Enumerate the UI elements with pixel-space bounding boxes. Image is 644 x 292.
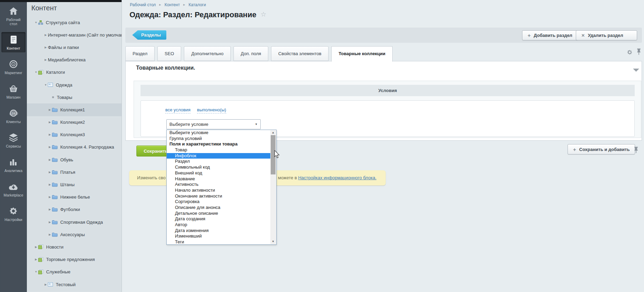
sidebar-item[interactable]: ▶Аксессуары [27, 228, 122, 241]
dropdown-option[interactable]: Активность [167, 182, 270, 188]
dropdown-option[interactable]: Автор [167, 222, 270, 228]
all-conditions-link[interactable]: все условия [165, 107, 190, 113]
tab-дополнительно[interactable]: Дополнительно [184, 46, 231, 61]
dropdown-scrollbar[interactable]: ▲ ▼ [270, 130, 276, 244]
chevron-down-icon[interactable] [633, 69, 639, 72]
rail-item-services[interactable]: Сервисы [1, 130, 25, 150]
tree-right-arrow-icon[interactable]: ▶ [48, 108, 52, 111]
sidebar-item[interactable]: ▶Коллекция 4. Распродажа [27, 141, 122, 153]
tree-right-arrow-icon[interactable]: ▶ [43, 58, 48, 61]
sidebar-item[interactable]: ▼Одежда [27, 79, 122, 91]
sidebar-item[interactable]: ▶Обувь [27, 153, 122, 166]
star-icon[interactable]: ☆ [260, 11, 266, 18]
dropdown-option[interactable]: Инфоблок [167, 153, 270, 159]
dropdown-option[interactable]: Товар [167, 147, 270, 153]
condition-select[interactable]: Выберите условие ▼ [166, 119, 261, 129]
sidebar-item[interactable]: ▶Нижнее белье [27, 191, 122, 203]
dropdown-option[interactable]: Окончание активности [167, 193, 270, 199]
rail-item-settings[interactable]: Настройки [1, 203, 25, 224]
tree-right-arrow-icon[interactable]: ▶ [34, 245, 38, 249]
sidebar-item[interactable]: ▶Коллекция1 [27, 103, 122, 116]
folder-icon [52, 120, 58, 124]
rail-item-marketing[interactable]: Маркетинг [1, 57, 25, 77]
tree-right-arrow-icon[interactable]: ▶ [43, 33, 48, 37]
tab-свойства-элементов[interactable]: Свойства элементов [271, 46, 329, 61]
tree-right-arrow-icon[interactable]: ▶ [48, 208, 52, 211]
dropdown-option[interactable]: Теги [167, 239, 270, 244]
sidebar-item[interactable]: ▶Штаны [27, 178, 122, 191]
delete-section-button[interactable]: ✕ Удалить раздел [576, 30, 637, 40]
pin-icon[interactable] [636, 48, 641, 57]
save-and-add-button[interactable]: + Сохранить и добавить [568, 144, 635, 154]
dropdown-option[interactable]: Начало активности [167, 188, 270, 193]
scrollbar-thumb[interactable] [271, 135, 276, 174]
sidebar-item[interactable]: Товары [27, 91, 122, 103]
folder-icon [52, 207, 58, 212]
sidebar-item[interactable]: ▶Коллекция3 [27, 129, 122, 141]
sections-back-button[interactable]: Разделы [132, 30, 166, 40]
dropdown-option[interactable]: Сортировка [167, 199, 270, 205]
tree-down-arrow-icon[interactable]: ▼ [43, 83, 48, 87]
sidebar-item[interactable]: ▶Платья [27, 166, 122, 178]
dropdown-option[interactable]: Описание для анонса [167, 205, 270, 211]
dropdown-option[interactable]: Раздел [167, 159, 270, 164]
sidebar-item[interactable]: ▶Медиабиблиотека [27, 54, 122, 66]
add-section-button[interactable]: + Добавить раздел [522, 30, 578, 40]
tree-down-arrow-icon[interactable]: ▼ [34, 21, 38, 24]
rail-item-workspace[interactable]: Рабочий стол [1, 3, 25, 28]
rail-item-shop[interactable]: Магазин [1, 81, 25, 101]
tree-down-arrow-icon[interactable]: ▼ [34, 71, 38, 74]
sidebar-item[interactable]: ▼Каталоги [27, 66, 122, 79]
infoblock-settings-link[interactable]: Настройках информационного блока. [298, 175, 376, 180]
dropdown-option[interactable]: Поля и характеристики товара [167, 141, 270, 147]
tab-товарные-коллекции[interactable]: Товарные коллекции [331, 46, 393, 62]
breadcrumb-link[interactable]: Каталоги [189, 2, 206, 7]
tree-right-arrow-icon[interactable]: ▶ [48, 158, 52, 161]
tree-right-arrow-icon[interactable]: ▶ [48, 183, 52, 186]
tree-right-arrow-icon[interactable]: ▶ [48, 221, 52, 224]
dropdown-option[interactable]: Изменивший [167, 233, 270, 239]
pin-icon[interactable] [634, 147, 638, 155]
rail-item-analytics[interactable]: Аналитика [1, 154, 25, 175]
sidebar-item[interactable]: ▼Служебные [27, 266, 122, 278]
tree-right-arrow-icon[interactable]: ▶ [48, 233, 52, 236]
sidebar-item[interactable]: ▶Спортивная Одежда [27, 216, 122, 228]
sidebar-item[interactable]: ▶Коллекция2 [27, 116, 122, 129]
tree-right-arrow-icon[interactable]: ▶ [34, 258, 38, 261]
tab-раздел[interactable]: Раздел [125, 46, 155, 61]
sidebar-item[interactable]: ▶Файлы и папки [27, 41, 122, 53]
dropdown-option[interactable]: Детальное описание [167, 211, 270, 217]
gear-icon[interactable] [627, 49, 633, 57]
sidebar-item[interactable]: ▶Тестовый [27, 278, 122, 291]
dropdown-option[interactable]: Выберите условие [167, 130, 270, 136]
tab-seo[interactable]: SEO [157, 46, 181, 61]
sidebar-item[interactable]: ▶Футболки [27, 203, 122, 216]
tree-right-arrow-icon[interactable]: ▶ [43, 46, 48, 49]
scroll-up-icon[interactable]: ▲ [270, 130, 276, 135]
dropdown-option[interactable]: Символьный код [167, 164, 270, 170]
tab-доп-поля[interactable]: Доп. поля [233, 46, 268, 61]
dropdown-option[interactable]: Группа условий [167, 136, 270, 142]
rail-item-marketplace[interactable]: Marketplace [1, 179, 25, 199]
dropdown-option[interactable]: Дата создания [167, 216, 270, 222]
dropdown-option[interactable]: Внешний код [167, 170, 270, 176]
dropdown-option[interactable]: Название [167, 176, 270, 182]
sidebar-item[interactable]: ▶Новости [27, 241, 122, 253]
sidebar-item[interactable]: ▶Интернет-магазин (Сайт по умолчан [27, 29, 122, 41]
tree-right-arrow-icon[interactable]: ▶ [48, 145, 52, 149]
rail-item-clients[interactable]: 24Клиенты [1, 105, 25, 126]
tree-down-arrow-icon[interactable]: ▼ [34, 270, 38, 273]
dropdown-option[interactable]: Дата изменения [167, 228, 270, 234]
breadcrumb-link[interactable]: Контент [165, 2, 180, 7]
done-conditions-link[interactable]: выполнено(ы) [197, 107, 226, 113]
breadcrumb-link[interactable]: Рабочий стол [130, 2, 156, 7]
tree-right-arrow-icon[interactable]: ▶ [48, 171, 52, 174]
tree-right-arrow-icon[interactable]: ▶ [48, 121, 52, 124]
rail-item-content[interactable]: Контент [1, 32, 25, 52]
sidebar-item[interactable]: ▶Торговые предложения [27, 253, 122, 266]
scroll-down-icon[interactable]: ▼ [270, 239, 276, 244]
sidebar-item[interactable]: ▼Структура сайта [27, 16, 122, 29]
tree-right-arrow-icon[interactable]: ▶ [43, 283, 48, 286]
tree-right-arrow-icon[interactable]: ▶ [48, 133, 52, 136]
tree-right-arrow-icon[interactable]: ▶ [48, 195, 52, 199]
